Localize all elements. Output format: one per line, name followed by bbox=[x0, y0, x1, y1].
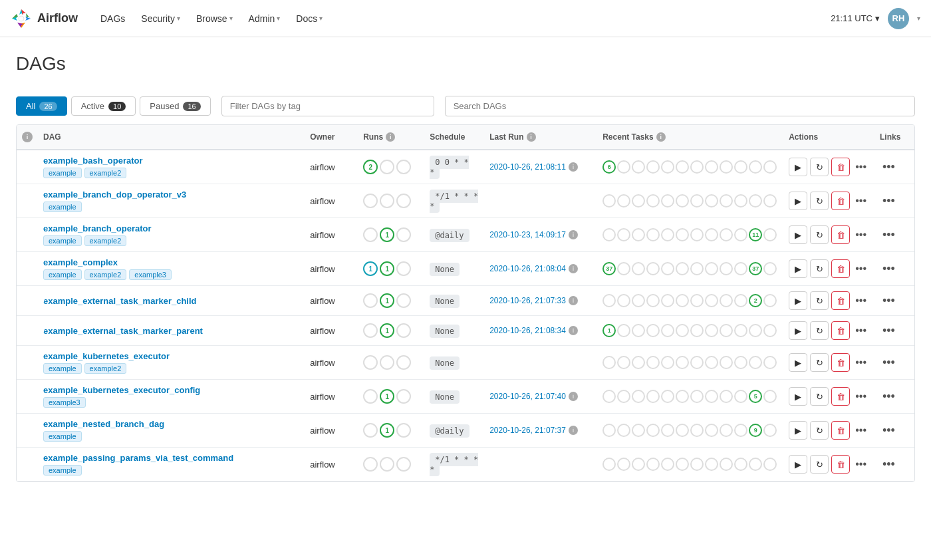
refresh-button[interactable]: ↻ bbox=[810, 225, 829, 244]
dag-name-link[interactable]: example_kubernetes_executor_config bbox=[43, 385, 299, 395]
last-run-link[interactable]: 2020-10-26, 21:07:33 i bbox=[489, 296, 592, 305]
play-button[interactable]: ▶ bbox=[789, 192, 807, 210]
links-more-button[interactable]: ••• bbox=[880, 356, 898, 369]
run-circle[interactable] bbox=[396, 160, 411, 174]
refresh-button[interactable]: ↻ bbox=[810, 259, 829, 278]
more-button[interactable]: ••• bbox=[853, 161, 869, 173]
dag-tag[interactable]: example2 bbox=[84, 168, 127, 178]
dag-name-link[interactable]: example_complex bbox=[43, 257, 299, 267]
lastrun-info-icon[interactable]: i bbox=[527, 132, 536, 142]
run-circle[interactable] bbox=[396, 293, 411, 308]
filter-tab-paused[interactable]: Paused 16 bbox=[140, 96, 210, 116]
nav-browse[interactable]: Browse ▾ bbox=[190, 9, 239, 28]
run-circle[interactable] bbox=[396, 227, 411, 242]
play-button[interactable]: ▶ bbox=[789, 321, 807, 340]
runs-info-icon[interactable]: i bbox=[386, 132, 395, 142]
links-more-button[interactable]: ••• bbox=[880, 458, 898, 471]
refresh-button[interactable]: ↻ bbox=[810, 353, 829, 372]
tasks-info-icon[interactable]: i bbox=[656, 132, 666, 142]
dag-name-link[interactable]: example_branch_dop_operator_v3 bbox=[43, 190, 299, 200]
run-circle[interactable] bbox=[363, 194, 378, 208]
dag-tag[interactable]: example2 bbox=[84, 235, 127, 246]
play-button[interactable]: ▶ bbox=[789, 353, 807, 372]
tag-filter-input[interactable] bbox=[221, 96, 434, 116]
last-run-link[interactable]: 2020-10-26, 21:07:37 i bbox=[489, 426, 592, 435]
run-circle[interactable]: 1 bbox=[380, 261, 394, 276]
dag-tag[interactable]: example bbox=[43, 168, 82, 178]
run-circle[interactable] bbox=[380, 160, 394, 174]
last-run-info-icon[interactable]: i bbox=[569, 162, 578, 172]
brand-logo[interactable]: Airflow bbox=[11, 8, 78, 29]
play-button[interactable]: ▶ bbox=[789, 421, 807, 440]
nav-docs[interactable]: Docs ▾ bbox=[289, 9, 329, 28]
delete-button[interactable]: 🗑 bbox=[831, 455, 850, 474]
last-run-link[interactable]: 2020-10-23, 14:09:17 i bbox=[489, 230, 592, 239]
run-circle[interactable] bbox=[363, 227, 378, 242]
last-run-info-icon[interactable]: i bbox=[569, 392, 578, 401]
delete-button[interactable]: 🗑 bbox=[831, 291, 850, 310]
run-circle[interactable] bbox=[396, 423, 411, 438]
last-run-link[interactable]: 2020-10-26, 21:07:40 i bbox=[489, 392, 592, 401]
user-avatar[interactable]: RH bbox=[888, 8, 909, 29]
refresh-button[interactable]: ↻ bbox=[810, 387, 829, 406]
play-button[interactable]: ▶ bbox=[789, 455, 807, 474]
last-run-link[interactable]: 2020-10-26, 21:08:04 i bbox=[489, 264, 592, 273]
more-button[interactable]: ••• bbox=[853, 458, 869, 470]
dag-tag[interactable]: example bbox=[43, 269, 82, 280]
run-circle[interactable]: 1 bbox=[380, 389, 394, 404]
filter-tab-all[interactable]: All 26 bbox=[16, 96, 67, 116]
links-more-button[interactable]: ••• bbox=[880, 262, 898, 275]
refresh-button[interactable]: ↻ bbox=[810, 455, 829, 474]
delete-button[interactable]: 🗑 bbox=[831, 225, 850, 244]
refresh-button[interactable]: ↻ bbox=[810, 321, 829, 340]
run-circle[interactable] bbox=[396, 355, 411, 370]
links-more-button[interactable]: ••• bbox=[880, 324, 898, 337]
more-button[interactable]: ••• bbox=[853, 390, 869, 402]
last-run-info-icon[interactable]: i bbox=[569, 296, 578, 305]
run-circle[interactable] bbox=[396, 389, 411, 404]
time-display[interactable]: 21:11 UTC ▾ bbox=[831, 13, 880, 23]
run-circle[interactable]: 1 bbox=[380, 323, 394, 338]
more-button[interactable]: ••• bbox=[853, 295, 869, 307]
refresh-button[interactable]: ↻ bbox=[810, 291, 829, 310]
links-more-button[interactable]: ••• bbox=[880, 390, 898, 403]
last-run-info-icon[interactable]: i bbox=[569, 426, 578, 435]
filter-tab-active[interactable]: Active 10 bbox=[71, 96, 136, 116]
more-button[interactable]: ••• bbox=[853, 356, 869, 368]
links-more-button[interactable]: ••• bbox=[880, 194, 898, 208]
dag-tag[interactable]: example bbox=[43, 431, 82, 442]
run-circle[interactable] bbox=[363, 323, 378, 338]
delete-button[interactable]: 🗑 bbox=[831, 421, 850, 440]
play-button[interactable]: ▶ bbox=[789, 291, 807, 310]
dag-tag[interactable]: example bbox=[43, 202, 82, 212]
play-button[interactable]: ▶ bbox=[789, 259, 807, 278]
run-circle[interactable] bbox=[363, 293, 378, 308]
play-button[interactable]: ▶ bbox=[789, 225, 807, 244]
play-button[interactable]: ▶ bbox=[789, 387, 807, 406]
links-more-button[interactable]: ••• bbox=[880, 294, 898, 307]
run-circle[interactable] bbox=[363, 457, 378, 472]
more-button[interactable]: ••• bbox=[853, 424, 869, 436]
nav-dags[interactable]: DAGs bbox=[94, 9, 132, 28]
run-circle[interactable]: 1 bbox=[380, 423, 394, 438]
run-circle[interactable] bbox=[396, 261, 411, 276]
dag-tag[interactable]: example3 bbox=[129, 269, 172, 280]
refresh-button[interactable]: ↻ bbox=[810, 192, 829, 210]
links-more-button[interactable]: ••• bbox=[880, 160, 898, 174]
user-menu-chevron-icon[interactable]: ▾ bbox=[917, 15, 920, 22]
run-circle[interactable] bbox=[380, 457, 394, 472]
links-more-button[interactable]: ••• bbox=[880, 228, 898, 241]
run-circle[interactable] bbox=[363, 423, 378, 438]
refresh-button[interactable]: ↻ bbox=[810, 421, 829, 440]
last-run-info-icon[interactable]: i bbox=[569, 230, 578, 239]
delete-button[interactable]: 🗑 bbox=[831, 353, 850, 372]
run-circle[interactable] bbox=[396, 323, 411, 338]
run-circle[interactable] bbox=[396, 457, 411, 472]
dag-tag[interactable]: example bbox=[43, 363, 82, 374]
dag-tag[interactable]: example3 bbox=[43, 397, 86, 408]
dag-name-link[interactable]: example_external_task_marker_child bbox=[43, 296, 299, 306]
delete-button[interactable]: 🗑 bbox=[831, 158, 850, 176]
delete-button[interactable]: 🗑 bbox=[831, 387, 850, 406]
last-run-link[interactable]: 2020-10-26, 21:08:11 i bbox=[489, 162, 592, 172]
delete-button[interactable]: 🗑 bbox=[831, 321, 850, 340]
